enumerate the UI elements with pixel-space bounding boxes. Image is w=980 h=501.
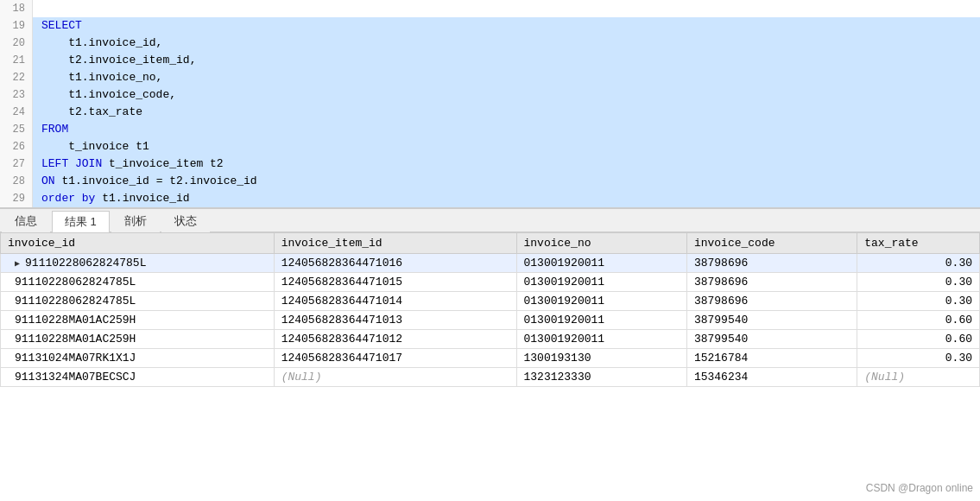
cell-invoice_id: 91110228MA01AC259H: [1, 311, 275, 330]
cell-tax_rate: 0.30: [857, 273, 980, 292]
line-number: 18: [0, 0, 33, 17]
code-line: 21 t2.invoice_item_id,: [0, 52, 980, 69]
line-content: LEFT JOIN t_invoice_item t2: [33, 155, 980, 173]
line-number: 20: [0, 35, 33, 52]
cell-invoice_code: 15346234: [686, 368, 857, 387]
table-row[interactable]: 91110228MA01AC259H1240568283644710130130…: [1, 311, 980, 330]
line-number: 27: [0, 155, 33, 173]
line-number: 29: [0, 190, 33, 207]
line-content: t1.invoice_code,: [33, 86, 980, 104]
cell-invoice_id: 91131024MA07RK1X1J: [1, 349, 275, 368]
cell-invoice_id: 91110228062824785L: [1, 292, 275, 311]
cell-invoice_item_id: 124056828364471012: [274, 330, 516, 349]
code-line: 22 t1.invoice_no,: [0, 69, 980, 86]
line-number: 28: [0, 173, 33, 190]
cell-invoice_no: 1323123330: [516, 368, 686, 387]
line-content: SELECT: [33, 17, 980, 35]
cell-tax_rate: 0.30: [857, 349, 980, 368]
line-content: t1.invoice_no,: [33, 69, 980, 86]
cell-tax_rate: 0.30: [857, 254, 980, 273]
line-content: t1.invoice_id,: [33, 35, 980, 52]
cell-invoice_id: 91110228062824785L: [1, 273, 275, 292]
cell-tax_rate: 0.60: [857, 330, 980, 349]
cell-invoice_code: 38798696: [686, 273, 857, 292]
cell-invoice_item_id: 124056828364471013: [274, 311, 516, 330]
cell-invoice_no: 013001920011: [516, 254, 686, 273]
cell-tax_rate: (Null): [857, 368, 980, 387]
code-line: 24 t2.tax_rate: [0, 104, 980, 121]
cell-tax_rate: 0.30: [857, 292, 980, 311]
table-row[interactable]: 91110228062824785L1240568283644710140130…: [1, 292, 980, 311]
column-header-invoice_item_id: invoice_item_id: [274, 233, 516, 254]
line-number: 25: [0, 121, 33, 138]
results-table: invoice_idinvoice_item_idinvoice_noinvoi…: [0, 232, 980, 387]
line-number: 21: [0, 52, 33, 69]
tabs-bar: 信息结果 1剖析状态: [0, 208, 980, 232]
cell-invoice_code: 38798696: [686, 292, 857, 311]
code-line: 29order by t1.invoice_id: [0, 190, 980, 207]
code-line: 25FROM: [0, 121, 980, 138]
code-line: 20 t1.invoice_id,: [0, 35, 980, 52]
cell-invoice_code: 15216784: [686, 349, 857, 368]
code-editor: 1819SELECT20 t1.invoice_id,21 t2.invoice…: [0, 0, 980, 208]
line-content: t2.tax_rate: [33, 104, 980, 121]
code-line: 28ON t1.invoice_id = t2.invoice_id: [0, 173, 980, 190]
cell-invoice_item_id: 124056828364471016: [274, 254, 516, 273]
tab-状态[interactable]: 状态: [161, 210, 210, 232]
table-row[interactable]: 91110228062824785L1240568283644710150130…: [1, 273, 980, 292]
cell-invoice_no: 013001920011: [516, 292, 686, 311]
results-table-wrapper[interactable]: invoice_idinvoice_item_idinvoice_noinvoi…: [0, 232, 980, 501]
cell-invoice_no: 013001920011: [516, 311, 686, 330]
line-content: t2.invoice_item_id,: [33, 52, 980, 69]
column-header-invoice_code: invoice_code: [686, 233, 857, 254]
line-number: 24: [0, 104, 33, 121]
code-line: 18: [0, 0, 980, 17]
code-line: 27LEFT JOIN t_invoice_item t2: [0, 155, 980, 173]
line-number: 22: [0, 69, 33, 86]
line-content: ON t1.invoice_id = t2.invoice_id: [33, 173, 980, 190]
cell-invoice_item_id: 124056828364471014: [274, 292, 516, 311]
cell-invoice_no: 013001920011: [516, 330, 686, 349]
line-content: FROM: [33, 121, 980, 138]
column-header-tax_rate: tax_rate: [857, 233, 980, 254]
cell-invoice_id: 91110228MA01AC259H: [1, 330, 275, 349]
cell-invoice_item_id: 124056828364471017: [274, 349, 516, 368]
column-header-invoice_id: invoice_id: [1, 233, 275, 254]
cell-invoice_no: 1300193130: [516, 349, 686, 368]
cell-invoice_id: 91131324MA07BECSCJ: [1, 368, 275, 387]
column-header-invoice_no: invoice_no: [516, 233, 686, 254]
watermark: CSDN @Dragon online: [866, 482, 973, 494]
table-row[interactable]: 91110228MA01AC259H1240568283644710120130…: [1, 330, 980, 349]
code-line: 26 t_invoice t1: [0, 138, 980, 155]
main-container: 1819SELECT20 t1.invoice_id,21 t2.invoice…: [0, 0, 980, 501]
line-number: 19: [0, 17, 33, 35]
line-content: [33, 0, 980, 17]
cell-invoice_code: 38799540: [686, 311, 857, 330]
code-line: 23 t1.invoice_code,: [0, 86, 980, 104]
cell-invoice_id: 91110228062824785L: [1, 254, 275, 273]
tab-剖析[interactable]: 剖析: [111, 210, 160, 232]
cell-invoice_item_id: (Null): [274, 368, 516, 387]
line-content: t_invoice t1: [33, 138, 980, 155]
cell-invoice_no: 013001920011: [516, 273, 686, 292]
cell-tax_rate: 0.60: [857, 311, 980, 330]
table-row[interactable]: 91131324MA07BECSCJ(Null)1323123330153462…: [1, 368, 980, 387]
line-number: 23: [0, 86, 33, 104]
cell-invoice_code: 38798696: [686, 254, 857, 273]
tab-信息[interactable]: 信息: [2, 210, 50, 232]
tab-结果 1[interactable]: 结果 1: [52, 211, 110, 233]
table-row[interactable]: 91110228062824785L1240568283644710160130…: [1, 254, 980, 273]
line-content: order by t1.invoice_id: [33, 190, 980, 207]
table-row[interactable]: 91131024MA07RK1X1J1240568283644710171300…: [1, 349, 980, 368]
line-number: 26: [0, 138, 33, 155]
code-line: 19SELECT: [0, 17, 980, 35]
cell-invoice_item_id: 124056828364471015: [274, 273, 516, 292]
cell-invoice_code: 38799540: [686, 330, 857, 349]
